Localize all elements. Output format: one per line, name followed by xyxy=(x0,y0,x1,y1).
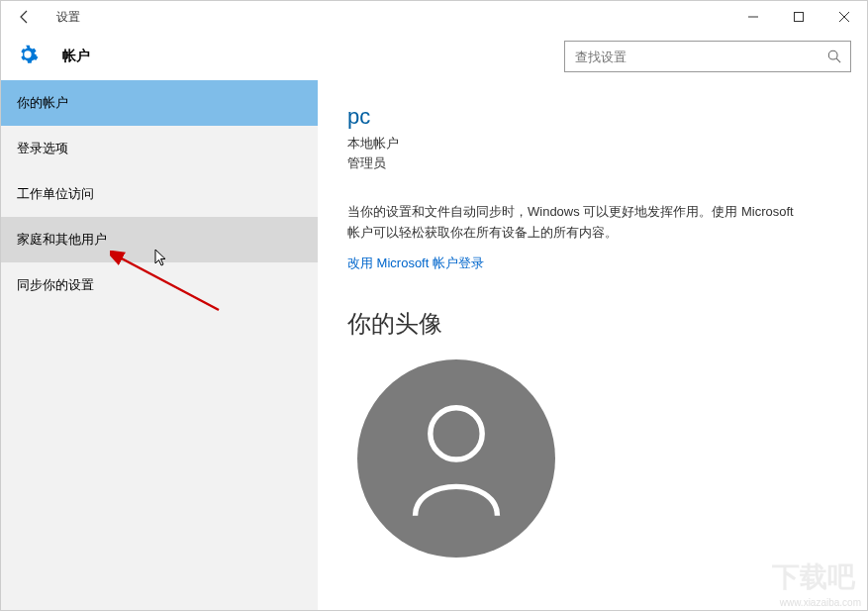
username: pc xyxy=(347,104,837,130)
svg-line-5 xyxy=(836,58,840,62)
header-title: 帐户 xyxy=(62,48,90,65)
sidebar-item-label: 你的帐户 xyxy=(17,94,68,112)
svg-rect-1 xyxy=(795,13,804,22)
titlebar: 设置 xyxy=(1,1,867,33)
use-microsoft-account-link[interactable]: 改用 Microsoft 帐户登录 xyxy=(347,255,484,272)
avatar xyxy=(357,359,555,558)
sidebar: 你的帐户 登录选项 工作单位访问 家庭和其他用户 同步你的设置 xyxy=(1,80,318,611)
watermark-logo-icon: 下载吧 xyxy=(772,557,861,596)
account-type: 本地帐户 xyxy=(347,134,837,153)
avatar-heading: 你的头像 xyxy=(347,308,837,340)
search-input[interactable] xyxy=(565,50,819,64)
sidebar-item-your-account[interactable]: 你的帐户 xyxy=(1,80,318,126)
person-icon xyxy=(402,399,511,518)
sidebar-item-label: 家庭和其他用户 xyxy=(17,231,107,249)
body: 你的帐户 登录选项 工作单位访问 家庭和其他用户 同步你的设置 pc 本地帐户 … xyxy=(1,80,867,611)
sidebar-item-family-other-users[interactable]: 家庭和其他用户 xyxy=(1,217,318,262)
svg-text:下载吧: 下载吧 xyxy=(772,561,856,592)
sync-message: 当你的设置和文件自动同步时，Windows 可以更好地发挥作用。使用 Micro… xyxy=(347,202,803,244)
back-button[interactable] xyxy=(1,1,48,33)
minimize-button[interactable] xyxy=(730,1,776,33)
sidebar-item-label: 工作单位访问 xyxy=(17,185,94,203)
maximize-button[interactable] xyxy=(776,1,821,33)
watermark-text: www.xiazaiba.com xyxy=(780,597,861,608)
sidebar-item-label: 登录选项 xyxy=(17,140,68,157)
header: 帐户 xyxy=(1,33,867,80)
sidebar-item-sync-settings[interactable]: 同步你的设置 xyxy=(1,262,318,308)
content: pc 本地帐户 管理员 当你的设置和文件自动同步时，Windows 可以更好地发… xyxy=(318,80,867,611)
search-box[interactable] xyxy=(564,41,851,72)
svg-point-4 xyxy=(828,51,837,59)
close-button[interactable] xyxy=(821,1,867,33)
sidebar-item-label: 同步你的设置 xyxy=(17,276,94,294)
window-title: 设置 xyxy=(48,9,80,26)
gear-icon[interactable] xyxy=(17,44,39,69)
sidebar-item-signin-options[interactable]: 登录选项 xyxy=(1,126,318,171)
account-role: 管理员 xyxy=(347,153,837,173)
window-controls xyxy=(730,1,867,33)
sidebar-item-work-access[interactable]: 工作单位访问 xyxy=(1,171,318,217)
svg-point-6 xyxy=(431,407,482,458)
search-icon[interactable] xyxy=(819,50,850,63)
